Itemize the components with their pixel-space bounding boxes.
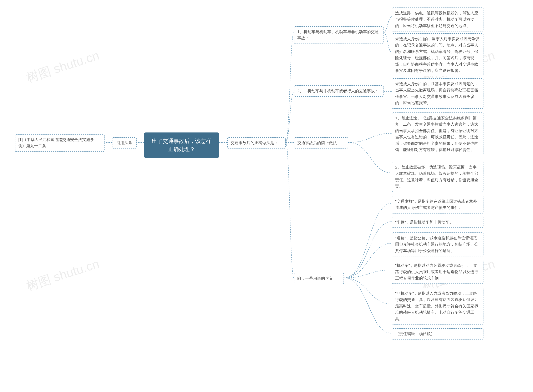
sec4-label: 附：一些用语的含义 [294,273,344,284]
sec3-label: 交通事故后的禁止做法 [294,137,348,149]
sec2-item1: 未造成人身伤亡的，且基本事实及成因清楚的，当事人应当先撤离现场，再自行协商处理损… [392,78,483,109]
left-branch-label: 引用法条 [112,137,137,149]
root-title-line1: 出了交通事故后，该怎样 [152,138,211,144]
watermark: 树图 shutu.cn [24,47,101,86]
sec2-label: 2、非机动车与非机动车或者行人的交通事故： [294,85,384,97]
sec1-item2: 未造成人身伤亡|的，当事人对事实及成因无争议的，在记录交通事故的时间、地点、对方… [392,33,483,76]
sec4-item6: （责任编辑：杨姑娘） [392,328,483,340]
root-node: 出了交通事故后，该怎样 正确处理？ [144,132,219,158]
sec3-item1: 1、禁止逃逸。《道路交通安全法实施条例》第九十二条：发生交通事故后当事人逃逸的，… [392,112,483,155]
sec1-item1: 造成道路、供电、通讯等设施损毁的，驾驶人应当报警等候处理，不得驶离。机动车可以移… [392,8,483,32]
sec4-item2: "车辆"，是指机动车和非机动车。 [392,217,483,228]
sec4-item3: "道路"，是指公路、城市道路和虽在单位管辖范围但允许社会机动车通行的地方，包括广… [392,233,483,257]
left-branch-item: [1]《中华人民共和国道路交通安全法实施条例》第九十二条 [15,134,105,152]
sec1-label: 1、机动车与机动车、机动车与非机动车的交通事故： [294,26,384,44]
sec4-item4: "机动车"，是指以动力装置驱动或者牵引，上道路行驶的供人员乘用或者用于运送物品以… [392,260,483,284]
right-main-label: 交通事故后的正确做法是： [227,137,286,149]
sec3-item2: 2、禁止故意破坏、伪造现场、毁灭证据。当事人故意破坏、伪造现场、毁灭证据的，承担… [392,162,483,192]
watermark: 树图 shutu.cn [24,255,101,295]
sec4-item5: "非机动车"，是指以人力或者畜力驱动，上道路行驶的交通工具，以及虽有动力装置驱动… [392,288,483,325]
sec4-item1: "交通事故"，是指车辆在道路上因过错或者意外造成的人身伤亡或者财产损失的事件。 [392,196,483,214]
root-title-line2: 正确处理？ [168,146,195,152]
